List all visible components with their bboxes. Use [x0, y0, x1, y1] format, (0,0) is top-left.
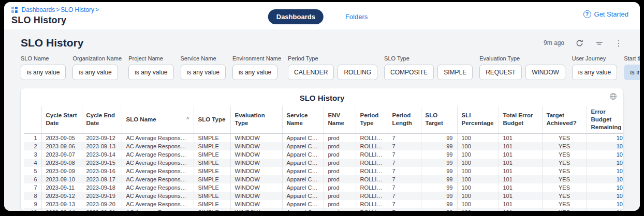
filter-icon[interactable]	[594, 38, 604, 48]
table-cell[interactable]: 10	[24, 208, 41, 211]
table-cell[interactable]: 99	[421, 175, 457, 183]
table-cell[interactable]: YES	[542, 183, 587, 192]
table-cell[interactable]: 8	[24, 192, 41, 200]
table-cell[interactable]: 2023-09-09	[41, 167, 82, 175]
table-cell[interactable]: WINDOW	[230, 175, 282, 183]
table-cell[interactable]: 2023-09-14	[41, 208, 82, 211]
filter-value-chip[interactable]: is any value	[181, 65, 226, 80]
table-cell[interactable]: prod	[324, 192, 356, 200]
table-cell[interactable]: YES	[542, 142, 587, 150]
table-cell[interactable]: ROLLING	[356, 142, 388, 150]
table-cell[interactable]: 101	[587, 175, 623, 183]
tab-dashboards[interactable]: Dashboards	[268, 9, 324, 24]
table-cell[interactable]: SIMPLE	[194, 200, 230, 208]
filter-value-chip[interactable]: is any value	[232, 65, 277, 80]
table-cell[interactable]: WINDOW	[230, 133, 282, 142]
table-cell[interactable]: 99	[421, 192, 457, 200]
table-cell[interactable]: ROLLING	[356, 159, 388, 167]
table-cell[interactable]: 2023-09-08	[41, 159, 82, 167]
column-header[interactable]: ENV Name	[324, 106, 356, 133]
table-cell[interactable]: Apparel Catal...	[282, 192, 324, 200]
table-cell[interactable]: AC Average Response Time	[122, 183, 194, 192]
filter-value-chip[interactable]: is any value	[72, 65, 118, 80]
table-cell[interactable]: prod	[324, 150, 356, 159]
table-cell[interactable]: 7	[388, 208, 421, 211]
table-cell[interactable]: ROLLING	[356, 133, 388, 142]
table-cell[interactable]: ROLLING	[356, 175, 388, 183]
table-cell[interactable]: 7	[388, 167, 421, 175]
table-cell[interactable]: WINDOW	[230, 150, 282, 159]
table-cell[interactable]: 1	[24, 133, 41, 142]
table-cell[interactable]: prod	[324, 208, 356, 211]
table-cell[interactable]: 99	[421, 142, 457, 150]
filter-value-chip[interactable]: is any value	[128, 65, 173, 80]
column-header[interactable]: Period Type	[356, 106, 388, 133]
table-cell[interactable]: AC Average Response Time	[122, 192, 194, 200]
table-cell[interactable]: 7	[388, 159, 421, 167]
table-cell[interactable]: AC Average Response Time	[122, 133, 194, 142]
table-cell[interactable]: 101	[499, 183, 542, 192]
tab-folders[interactable]: Folders	[337, 9, 376, 24]
table-cell[interactable]: 100	[457, 183, 499, 192]
globe-icon[interactable]	[609, 92, 617, 102]
column-header[interactable]: Error Budget Remaining	[587, 106, 623, 133]
filter-value-chip[interactable]: COMPOSITE	[384, 65, 434, 80]
table-cell[interactable]: 7	[388, 175, 421, 183]
column-header[interactable]: Cycle End Date	[82, 106, 122, 133]
table-cell[interactable]: 2023-09-15	[82, 159, 122, 167]
table-cell[interactable]: Apparel Catal...	[282, 142, 324, 150]
column-header[interactable]	[24, 106, 41, 133]
table-cell[interactable]: 99	[421, 208, 457, 211]
table-cell[interactable]: 2023-09-05	[41, 133, 82, 142]
table-cell[interactable]: 100	[457, 133, 499, 142]
table-cell[interactable]: YES	[542, 200, 587, 208]
table-cell[interactable]: 100	[457, 167, 499, 175]
table-cell[interactable]: 101	[587, 208, 623, 211]
table-cell[interactable]: 101	[499, 175, 542, 183]
table-cell[interactable]: SIMPLE	[194, 208, 230, 211]
filter-value-chip[interactable]: REQUEST	[479, 65, 522, 80]
table-cell[interactable]: 2	[24, 142, 41, 150]
table-cell[interactable]: Apparel Catal...	[282, 159, 324, 167]
table-cell[interactable]: SIMPLE	[194, 175, 230, 183]
table-cell[interactable]: 2023-09-17	[82, 175, 122, 183]
table-cell[interactable]: Apparel Catal...	[282, 150, 324, 159]
table-cell[interactable]: SIMPLE	[194, 183, 230, 192]
table-cell[interactable]: ROLLING	[356, 200, 388, 208]
table-cell[interactable]: 99	[421, 150, 457, 159]
kebab-menu-icon[interactable]: ⋮	[614, 38, 623, 48]
table-cell[interactable]: 7	[388, 142, 421, 150]
table-cell[interactable]: 99	[421, 167, 457, 175]
table-cell[interactable]: 100	[457, 208, 499, 211]
table-cell[interactable]: YES	[542, 133, 587, 142]
table-cell[interactable]: SIMPLE	[194, 159, 230, 167]
table-cell[interactable]: 2023-09-19	[82, 192, 122, 200]
table-cell[interactable]: prod	[324, 200, 356, 208]
column-header[interactable]: Cycle Start Date	[41, 106, 82, 133]
table-cell[interactable]: 101	[499, 150, 542, 159]
table-cell[interactable]: prod	[324, 167, 356, 175]
column-header[interactable]: Service Name	[282, 106, 324, 133]
table-cell[interactable]: AC Average Response Time	[122, 175, 194, 183]
table-cell[interactable]: AC Average Response Time	[122, 200, 194, 208]
table-cell[interactable]: Apparel Catal...	[282, 175, 324, 183]
table-cell[interactable]: AC Average Response Time	[122, 208, 194, 211]
table-cell[interactable]: 4	[24, 159, 41, 167]
table-cell[interactable]: prod	[324, 175, 356, 183]
table-cell[interactable]: 100	[457, 175, 499, 183]
table-cell[interactable]: WINDOW	[230, 159, 282, 167]
table-cell[interactable]: WINDOW	[230, 192, 282, 200]
table-cell[interactable]: 101	[499, 167, 542, 175]
table-cell[interactable]: 101	[499, 142, 542, 150]
column-header[interactable]: SLI Percentage	[457, 106, 499, 133]
filter-value-chip[interactable]: is in the last 2 months	[624, 65, 640, 80]
table-cell[interactable]: 101	[587, 200, 623, 208]
table-cell[interactable]: YES	[542, 159, 587, 167]
table-cell[interactable]: ROLLING	[356, 192, 388, 200]
table-cell[interactable]: 5	[24, 167, 41, 175]
table-cell[interactable]: 101	[499, 159, 542, 167]
table-cell[interactable]: 2023-09-16	[82, 167, 122, 175]
table-cell[interactable]: 3	[24, 150, 41, 159]
table-cell[interactable]: 101	[587, 133, 623, 142]
table-cell[interactable]: YES	[542, 208, 587, 211]
